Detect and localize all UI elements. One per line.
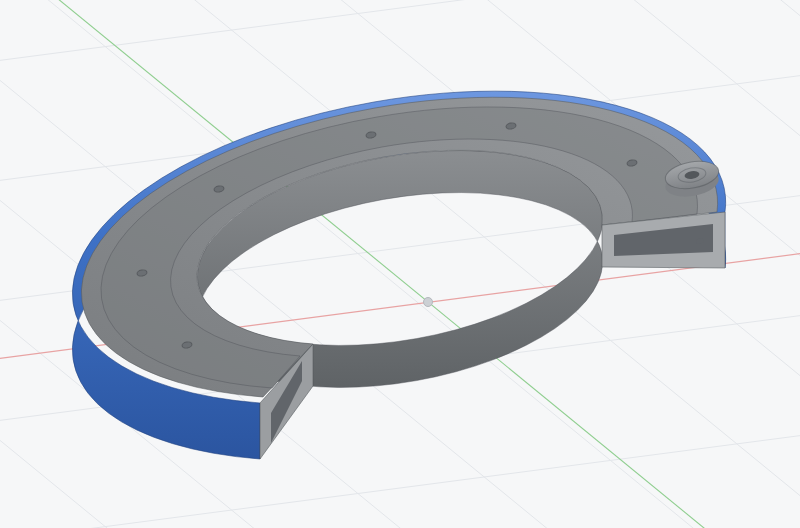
viewport-canvas[interactable] [0, 0, 800, 528]
grid-line [0, 0, 800, 63]
grid-line [0, 433, 800, 528]
grid-line [0, 424, 800, 528]
grid-line [0, 0, 800, 32]
model-curved-shell-ring[interactable] [72, 91, 725, 459]
cad-viewport[interactable] [0, 0, 800, 528]
origin-indicator [424, 298, 433, 307]
